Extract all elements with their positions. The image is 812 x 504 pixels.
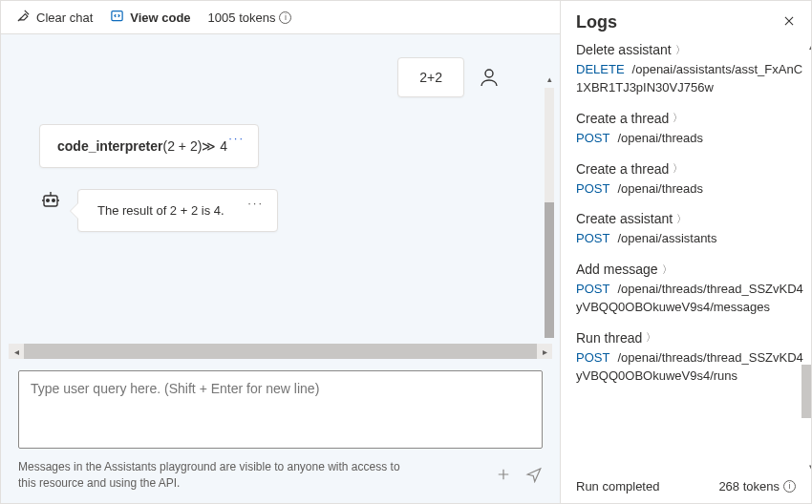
log-entry-title-text: Create a thread	[576, 111, 669, 126]
log-entry-title[interactable]: Create a thread〉	[576, 111, 803, 126]
tool-menu-icon[interactable]: ···	[228, 131, 245, 145]
logs-scroll-up-icon[interactable]: ▴	[809, 42, 811, 52]
request-path: /openai/threads/thread_SSZvKD4yVBQQ0OBOk…	[576, 282, 803, 314]
log-entry-request: POST/openai/threads/thread_SSZvKD4yVBQQ0…	[576, 349, 803, 386]
close-logs-button[interactable]	[782, 14, 796, 32]
messages-vertical-scrollbar[interactable]: ▴ ▾	[545, 88, 554, 338]
request-path: /openai/assistants	[617, 231, 716, 245]
log-entry: Add message〉POST/openai/threads/thread_S…	[576, 262, 803, 317]
log-entry-title[interactable]: Run thread〉	[576, 330, 803, 346]
user-avatar-icon	[476, 64, 502, 91]
chevron-right-icon: 〉	[662, 262, 673, 277]
log-entry-request: POST/openai/threads/thread_SSZvKD4yVBQQ0…	[576, 281, 803, 317]
tool-call-bubble: ··· code_interpreter(2 + 2)≫ 4	[39, 124, 259, 168]
run-status-text: Run completed	[576, 479, 659, 494]
scroll-right-icon[interactable]: ▸	[537, 344, 552, 359]
log-entry-title-text: Create a thread	[576, 161, 669, 177]
logs-token-count: 268 tokens	[718, 479, 780, 494]
svg-point-1	[485, 70, 493, 77]
chevron-right-icon: 〉	[675, 43, 686, 57]
log-entry-request: POST/openai/threads	[576, 130, 803, 148]
messages-list: 2+2 ··· code_interpreter(2 + 2)≫ 4	[1, 34, 560, 338]
svg-rect-0	[112, 11, 122, 21]
logs-vertical-scrollbar[interactable]: ▴ ▾	[801, 42, 811, 472]
scroll-thumb[interactable]	[545, 202, 554, 338]
info-icon[interactable]: i	[279, 11, 291, 24]
chat-area: 2+2 ··· code_interpreter(2 + 2)≫ 4	[1, 34, 560, 503]
input-area	[1, 359, 560, 459]
chat-footer: Messages in the Assistants playground ar…	[1, 459, 560, 503]
user-message-row: 2+2	[20, 57, 541, 97]
request-path: /openai/threads	[617, 131, 703, 145]
code-icon	[110, 9, 124, 26]
http-method: POST	[576, 131, 609, 145]
assistant-message-text: The result of 2 + 2 is 4.	[97, 203, 224, 218]
broom-icon	[16, 9, 31, 26]
clear-chat-button[interactable]: Clear chat	[16, 9, 93, 26]
user-message-text: 2+2	[419, 70, 442, 85]
scroll-left-icon[interactable]: ◂	[9, 344, 24, 359]
tool-result: 4	[220, 138, 227, 154]
request-path: /openai/threads/thread_SSZvKD4yVBQQ0OBOk…	[576, 350, 803, 383]
log-entry: Create assistant〉POST/openai/assistants	[576, 211, 803, 248]
clear-chat-label: Clear chat	[36, 10, 93, 25]
tool-result-sep: ≫	[202, 138, 216, 154]
info-icon[interactable]: i	[783, 480, 796, 493]
assistant-message-bubble: ··· The result of 2 + 2 is 4.	[77, 189, 278, 232]
log-entry-title[interactable]: Add message〉	[576, 262, 803, 277]
assistant-message-row: ··· The result of 2 + 2 is 4.	[37, 189, 541, 232]
chevron-right-icon: 〉	[673, 161, 683, 176]
log-entry-title-text: Add message	[576, 262, 658, 277]
logs-footer: Run completed 268 tokens i	[561, 472, 811, 503]
log-entry: Create a thread〉POST/openai/threads	[576, 161, 803, 199]
logs-title: Logs	[576, 12, 617, 32]
chevron-right-icon: 〉	[646, 330, 656, 345]
logs-scroll-thumb[interactable]	[801, 365, 811, 418]
chevron-right-icon: 〉	[673, 111, 683, 125]
send-button[interactable]	[525, 466, 543, 486]
tool-call-line: code_interpreter(2 + 2)≫ 4	[57, 138, 227, 154]
log-entry: Delete assistant〉DELETE/openai/assistant…	[576, 42, 803, 97]
tool-args: (2 + 2)	[162, 138, 202, 154]
bot-avatar-icon	[37, 187, 64, 214]
log-entry-request: DELETE/openai/assistants/asst_FxAnC1XBR1…	[576, 61, 803, 97]
log-entry-title-text: Create assistant	[576, 211, 673, 226]
token-count: 1005 tokens i	[208, 10, 292, 25]
http-method: POST	[576, 282, 609, 296]
hscroll-track[interactable]	[24, 344, 537, 359]
toolbar: Clear chat View code 1005 tokens i	[1, 1, 560, 34]
disclaimer-text: Messages in the Assistants playground ar…	[18, 459, 400, 492]
chat-input[interactable]	[18, 370, 543, 449]
log-entry-request: POST/openai/threads	[576, 180, 803, 199]
assistant-menu-icon[interactable]: ···	[247, 196, 264, 210]
scroll-up-icon[interactable]: ▴	[545, 74, 554, 86]
log-entry: Run thread〉POST/openai/threads/thread_SS…	[576, 330, 803, 386]
request-path: /openai/threads	[617, 181, 703, 196]
log-entry-title[interactable]: Create a thread〉	[576, 161, 803, 177]
http-method: POST	[576, 231, 609, 245]
logs-panel: Logs Delete assistant〉DELETE/openai/assi…	[561, 1, 811, 503]
log-entry-title[interactable]: Delete assistant〉	[576, 42, 803, 57]
messages-horizontal-scrollbar[interactable]: ◂ ▸	[9, 344, 552, 359]
view-code-button[interactable]: View code	[110, 9, 190, 26]
http-method: POST	[576, 181, 609, 196]
svg-point-3	[47, 200, 50, 202]
chevron-right-icon: 〉	[676, 212, 687, 226]
log-entry-title[interactable]: Create assistant〉	[576, 211, 803, 226]
logs-scroll-down-icon[interactable]: ▾	[809, 462, 811, 472]
log-entry-request: POST/openai/assistants	[576, 230, 803, 248]
tool-name: code_interpreter	[57, 138, 162, 154]
log-entry-title-text: Delete assistant	[576, 42, 672, 57]
http-method: POST	[576, 350, 609, 365]
add-attachment-button[interactable]	[495, 466, 512, 486]
log-entry: Create a thread〉POST/openai/threads	[576, 111, 803, 148]
user-message-bubble: 2+2	[397, 57, 464, 97]
view-code-label: View code	[130, 10, 190, 25]
svg-point-4	[53, 200, 55, 202]
token-count-text: 1005 tokens	[208, 10, 276, 25]
logs-list: Delete assistant〉DELETE/openai/assistant…	[561, 42, 811, 472]
http-method: DELETE	[576, 62, 625, 76]
log-entry-title-text: Run thread	[576, 330, 642, 346]
